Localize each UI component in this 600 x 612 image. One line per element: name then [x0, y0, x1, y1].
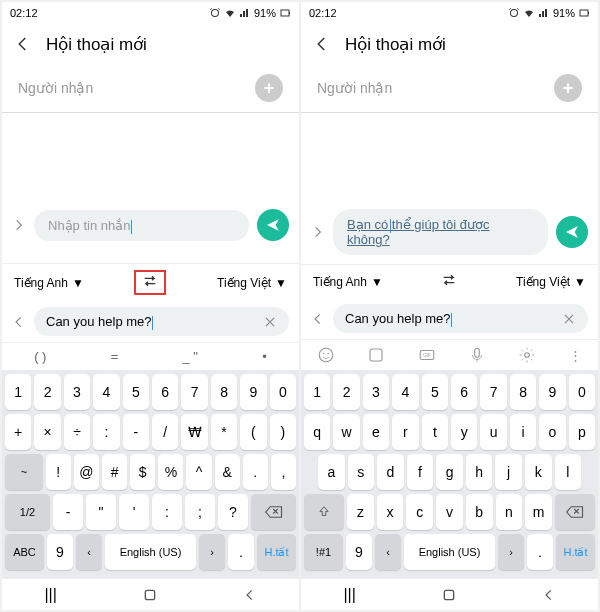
chevron-right-icon[interactable] — [12, 218, 26, 232]
key[interactable]: k — [525, 454, 552, 490]
key[interactable]: 2 — [333, 374, 359, 410]
key[interactable]: @ — [74, 454, 99, 490]
key[interactable]: d — [377, 454, 404, 490]
home-button[interactable] — [441, 587, 457, 603]
expand-icon[interactable]: ⋮ — [569, 348, 582, 363]
key[interactable]: 7 — [480, 374, 506, 410]
lang-to[interactable]: Tiếng Việt ▼ — [217, 276, 287, 290]
back-icon[interactable] — [14, 35, 32, 53]
back-button[interactable] — [542, 588, 556, 602]
key[interactable]: ‹ — [76, 534, 102, 570]
key[interactable]: 4 — [392, 374, 418, 410]
key[interactable]: n — [496, 494, 523, 530]
key[interactable]: g — [436, 454, 463, 490]
key[interactable]: v — [436, 494, 463, 530]
key[interactable]: ; — [185, 494, 215, 530]
lang-from[interactable]: Tiếng Anh ▼ — [313, 275, 383, 289]
suggestion[interactable]: = — [111, 349, 119, 364]
key[interactable]: ~ — [5, 454, 43, 490]
key[interactable]: 5 — [422, 374, 448, 410]
key[interactable]: ( — [240, 414, 266, 450]
home-button[interactable] — [142, 587, 158, 603]
add-recipient-button[interactable]: + — [554, 74, 582, 102]
space-key[interactable]: English (US) — [404, 534, 495, 570]
key[interactable]: 6 — [451, 374, 477, 410]
clear-icon[interactable] — [562, 312, 576, 326]
message-input[interactable]: Bạn có thể giúp tôi được không? — [333, 209, 548, 255]
chevron-left-icon[interactable] — [311, 312, 325, 326]
swap-button[interactable] — [134, 270, 166, 295]
key[interactable]: t — [422, 414, 448, 450]
backspace-key[interactable] — [251, 494, 296, 530]
key[interactable]: * — [211, 414, 237, 450]
key[interactable]: 5 — [123, 374, 149, 410]
key[interactable]: 7 — [181, 374, 207, 410]
key[interactable]: 9 — [47, 534, 73, 570]
recipient-row[interactable]: Người nhận + — [2, 64, 299, 113]
key[interactable]: 9 — [539, 374, 565, 410]
key[interactable]: e — [363, 414, 389, 450]
key[interactable]: , — [271, 454, 296, 490]
key[interactable]: y — [451, 414, 477, 450]
key[interactable]: 3 — [363, 374, 389, 410]
translate-input[interactable]: Can you help me? — [34, 307, 289, 336]
key[interactable]: ^ — [186, 454, 211, 490]
key[interactable]: 1/2 — [5, 494, 50, 530]
key[interactable]: o — [539, 414, 565, 450]
key[interactable]: 1 — [5, 374, 31, 410]
key[interactable]: i — [510, 414, 536, 450]
key[interactable]: 3 — [64, 374, 90, 410]
key[interactable]: $ — [130, 454, 155, 490]
key[interactable]: 8 — [211, 374, 237, 410]
abc-key[interactable]: ABC — [5, 534, 44, 570]
key[interactable]: ) — [270, 414, 296, 450]
key[interactable]: & — [215, 454, 240, 490]
lang-from[interactable]: Tiếng Anh ▼ — [14, 276, 84, 290]
key[interactable]: . — [527, 534, 553, 570]
key[interactable]: l — [555, 454, 582, 490]
key[interactable]: q — [304, 414, 330, 450]
sym-key[interactable]: !#1 — [304, 534, 343, 570]
swap-button[interactable] — [435, 271, 463, 292]
send-button[interactable] — [257, 209, 289, 241]
done-key[interactable]: H.tất — [257, 534, 296, 570]
key[interactable]: 9 — [346, 534, 372, 570]
key[interactable]: # — [102, 454, 127, 490]
mic-icon[interactable] — [468, 346, 486, 364]
key[interactable]: . — [228, 534, 254, 570]
recents-button[interactable]: ||| — [343, 586, 355, 604]
key[interactable]: ' — [119, 494, 149, 530]
key[interactable]: u — [480, 414, 506, 450]
key[interactable]: m — [525, 494, 552, 530]
key[interactable]: 6 — [152, 374, 178, 410]
key[interactable]: 4 — [93, 374, 119, 410]
key[interactable]: 0 — [569, 374, 595, 410]
key[interactable]: 1 — [304, 374, 330, 410]
message-input[interactable]: Nhập tin nhắn — [34, 210, 249, 241]
key[interactable]: w — [333, 414, 359, 450]
suggestion[interactable]: • — [262, 349, 267, 364]
suggestion[interactable]: ( ) — [34, 349, 46, 364]
key[interactable]: + — [5, 414, 31, 450]
key[interactable]: - — [123, 414, 149, 450]
gear-icon[interactable] — [518, 346, 536, 364]
space-key[interactable]: English (US) — [105, 534, 196, 570]
gif-icon[interactable]: GIF — [418, 346, 436, 364]
key[interactable]: ‹ — [375, 534, 401, 570]
key[interactable]: ÷ — [64, 414, 90, 450]
key[interactable]: › — [498, 534, 524, 570]
lang-to[interactable]: Tiếng Việt ▼ — [516, 275, 586, 289]
key[interactable]: c — [406, 494, 433, 530]
send-button[interactable] — [556, 216, 588, 248]
key[interactable]: ! — [46, 454, 71, 490]
shift-key[interactable] — [304, 494, 344, 530]
key[interactable]: . — [243, 454, 268, 490]
key[interactable]: - — [53, 494, 83, 530]
done-key[interactable]: H.tất — [556, 534, 595, 570]
key[interactable]: x — [377, 494, 404, 530]
suggestion[interactable]: _ " — [183, 349, 198, 364]
key[interactable]: ? — [218, 494, 248, 530]
key[interactable]: s — [348, 454, 375, 490]
key[interactable]: › — [199, 534, 225, 570]
key[interactable]: r — [392, 414, 418, 450]
